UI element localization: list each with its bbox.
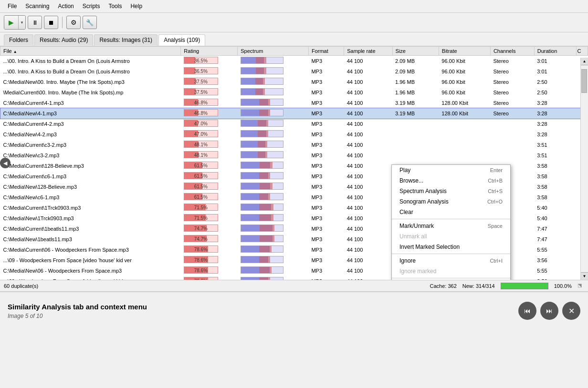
context-menu-item[interactable]: IgnoreCtrl+I [392,255,510,266]
cell-file: C:\Media\New\00. Intro. Maybe (The Ink S… [0,77,181,87]
tab-bar: Folders Results: Audio (29) Results: Ima… [0,32,588,46]
table-row[interactable]: C:\Media\Current\4-1.mp3 46.8% MP3 44 10… [0,98,588,108]
context-menu-item-label: Play [399,167,410,174]
cell-spectrum [238,213,309,224]
cell-bitrate [439,119,490,129]
menu-scripts[interactable]: Scripts [79,2,104,10]
cell-file: C:\Media\Current\c3-2.mp3 [0,140,181,150]
cell-rating: 61.5% [181,182,238,192]
cell-rating: 36.5% [181,66,238,77]
cell-spectrum [238,276,309,280]
col-samplerate: Sample rate [344,47,392,56]
cell-spectrum [238,265,309,276]
cell-bitrate: 96.00 Kbit [439,77,490,87]
cell-bitrate: 96.00 Kbit [439,56,490,67]
context-menu-item[interactable]: Clear [392,207,510,217]
table-row[interactable]: C:\Media\Current\c3-2.mp3 48.1% MP3 44 1… [0,140,588,150]
cell-channels: Stereo [490,87,534,98]
scroll-track [581,65,588,272]
toolbar-separator-1 [62,17,63,28]
col-bitrate: Bitrate [439,47,490,56]
cell-spectrum [238,98,309,108]
cell-rating: 74.7% [181,224,238,234]
cell-samplerate: 44 100 [344,276,392,280]
cell-bitrate: 128.00 Kbit [439,108,490,119]
tools-button[interactable]: 🔧 [83,16,97,29]
cell-rating: 61.5% [181,171,238,182]
cell-duration: 3:01 [534,66,576,77]
cell-file: C:\Media\Current\4-2.mp3 [0,119,181,129]
context-menu-item-label: Mark/Unmark [399,223,434,229]
cell-file: C:\Media\Current\1beatls11.mp3 [0,224,181,234]
tab-analysis[interactable]: Analysis (109) [158,34,205,46]
cell-samplerate: 44 100 [344,255,392,265]
context-menu-item[interactable]: PlayEnter [392,165,510,175]
cell-samplerate: 44 100 [344,224,392,234]
play-button[interactable]: ▶ [4,16,19,29]
cell-rating: 48.1% [181,140,238,150]
menu-file[interactable]: File [4,2,21,10]
cell-samplerate: 44 100 [344,98,392,108]
cell-rating: 37.5% [181,87,238,98]
cell-rating: 74.7% [181,234,238,245]
settings-button[interactable]: ⚙ [66,16,81,29]
next-button[interactable]: ⏭ [540,302,558,320]
resize-handle[interactable]: ⬔ [578,283,584,289]
cell-spectrum [238,119,309,129]
tab-results-images[interactable]: Results: Images (31) [94,34,158,46]
context-menu-item[interactable]: Sonogram AnalysisCtrl+O [392,196,510,207]
col-format: Format [308,47,344,56]
scroll-up-button[interactable]: ▲ [581,58,588,65]
cell-duration: 2:50 [534,87,576,98]
cell-format: MP3 [308,213,344,224]
cell-format: MP3 [308,182,344,192]
table-row[interactable]: ...\00. Intro. A Kiss to Build a Dream O… [0,56,588,67]
context-menu-item[interactable]: Browse...Ctrl+B [392,175,510,186]
cell-duration: 3:58 [534,182,576,192]
tab-folders[interactable]: Folders [4,34,33,46]
cell-size: 1.96 MB [392,77,439,87]
table-row[interactable]: C:\Media\New\c3-2.mp3 48.1% MP3 44 100 3… [0,150,588,161]
progress-bar-container [501,283,548,289]
menu-help[interactable]: Help [126,2,146,10]
play-group: ▶ ▼ [4,15,26,30]
context-menu-item[interactable]: Spectrum AnalysisCtrl+S [392,186,510,196]
cell-rating: 46.8% [181,108,238,119]
cell-file: \Media\Current\00. Intro. Maybe (The Ink… [0,87,181,98]
play-dropdown-button[interactable]: ▼ [19,16,25,29]
vertical-scrollbar[interactable]: ▲ ▼ [580,58,588,280]
context-menu-separator [392,254,510,254]
table-row[interactable]: C:\Media\Current\4-2.mp3 47.0% MP3 44 10… [0,119,588,129]
stop-button[interactable]: ⏹ [44,16,58,29]
cell-spectrum [238,224,309,234]
context-menu-item[interactable]: Invert Marked Selection [392,242,510,252]
cell-duration: 3:58 [534,171,576,182]
caption-title: Similarity Analysis tab and context menu [8,303,147,311]
menu-tools[interactable]: Tools [105,2,126,10]
cell-size: 2.09 MB [392,56,439,67]
cell-format: MP3 [308,119,344,129]
cell-file: ...\09 - Woodpeckers From Space [video '… [0,255,181,265]
cell-file: C:\Media\Current\c6-1.mp3 [0,171,181,182]
table-row[interactable]: ...\00. Intro. A Kiss to Build a Dream O… [0,66,588,77]
pause-button[interactable]: ⏸ [28,16,42,29]
menu-action[interactable]: Action [54,2,77,10]
prev-button[interactable]: ⏮ [518,302,536,320]
caption-subtitle: Image 5 of 10 [8,313,147,319]
scroll-down-button[interactable]: ▼ [581,272,588,280]
scroll-thumb[interactable] [581,69,587,93]
table-row[interactable]: C:\Media\New\00. Intro. Maybe (The Ink S… [0,77,588,87]
cell-file: ...\00. Intro. A Kiss to Build a Dream O… [0,56,181,67]
table-row[interactable]: C:\Media\New\4-1.mp3 46.8% MP3 44 100 3.… [0,108,588,119]
tab-results-audio[interactable]: Results: Audio (29) [34,34,93,46]
cell-size: 3.19 MB [392,108,439,119]
back-nav-icon[interactable]: ◀ [0,158,10,168]
cell-spectrum [238,77,309,87]
table-row[interactable]: \Media\Current\00. Intro. Maybe (The Ink… [0,87,588,98]
close-button[interactable]: ✕ [562,302,580,320]
col-duration: Duration [534,47,576,56]
cell-bitrate [439,150,490,161]
context-menu-item[interactable]: Mark/UnmarkSpace [392,221,510,231]
table-row[interactable]: C:\Media\New\4-2.mp3 47.0% MP3 44 100 3:… [0,129,588,140]
menu-scanning[interactable]: Scanning [21,2,53,10]
